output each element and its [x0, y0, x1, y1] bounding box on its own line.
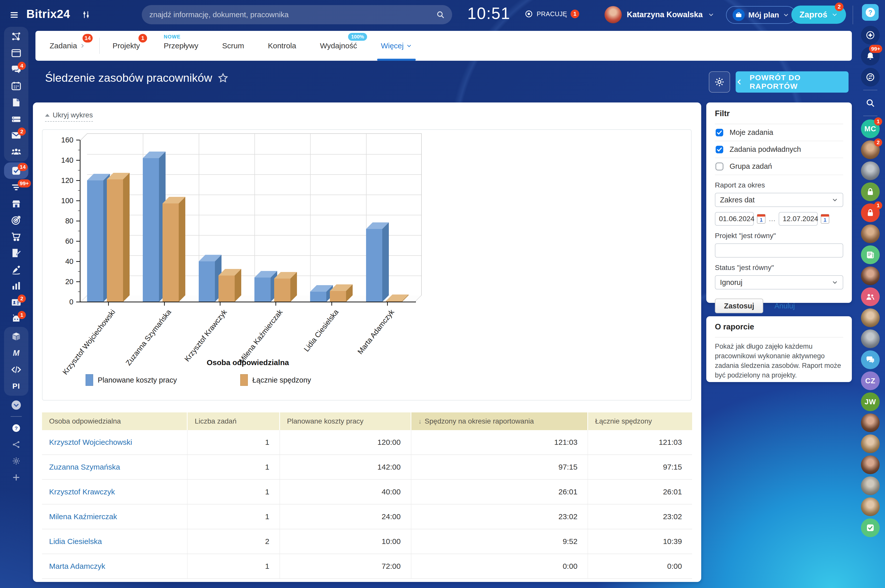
rail-avatar[interactable] — [861, 434, 880, 453]
column-header-osoba-odpowiedzialna[interactable]: Osoba odpowiedzialna — [42, 412, 188, 430]
rail-people-pair[interactable] — [861, 287, 880, 306]
column-header-łącznie-spędzony[interactable]: Łącznie spędzony — [588, 412, 692, 430]
invite-button[interactable]: Zaproś 2 — [791, 6, 846, 24]
rail-chat-bubbles[interactable] — [861, 350, 880, 369]
rail-lock[interactable] — [861, 182, 880, 201]
date-from-input[interactable]: 01.06.2024 — [715, 212, 754, 226]
sidebar-item-target[interactable] — [4, 212, 29, 228]
sliders-icon[interactable] — [81, 10, 91, 20]
help-button[interactable]: ? — [862, 4, 879, 21]
sidebar-item-cart[interactable] — [4, 228, 29, 244]
favorite-star-icon[interactable] — [217, 72, 229, 84]
tab-zadania[interactable]: 14Zadania — [47, 31, 88, 61]
tab-kontrola[interactable]: Kontrola — [265, 31, 299, 61]
rail-compass[interactable] — [861, 26, 880, 45]
rail-avatar[interactable] — [861, 455, 880, 474]
sidebar-item-chart[interactable] — [4, 278, 29, 294]
calendar-icon[interactable]: 1 — [821, 214, 829, 224]
back-to-reports-button[interactable]: POWRÓT DO RAPORTÓW — [736, 71, 849, 93]
rail-avatar-mc[interactable]: MC1 — [861, 119, 880, 138]
person-link[interactable]: Marta Adamczyk — [42, 554, 188, 578]
rail-avatar[interactable] — [861, 161, 880, 180]
sidebar-item-nodes[interactable] — [4, 436, 29, 453]
sidebar-item-pen[interactable] — [4, 261, 29, 278]
sidebar-item-feed[interactable] — [4, 45, 29, 61]
filter-checkbox-zadania-podwładnych[interactable]: Zadania podwładnych — [715, 141, 843, 158]
sidebar-item-id-card[interactable]: 2 — [4, 294, 29, 310]
global-search[interactable] — [142, 5, 452, 24]
rail-avatar[interactable] — [861, 266, 880, 285]
rail-lock[interactable]: 1 — [861, 203, 880, 222]
workday-status[interactable]: PRACUJĘ 1 — [524, 10, 579, 18]
person-link[interactable]: Milena Kaźmierczak — [42, 504, 188, 529]
column-header-liczba-zadań[interactable]: Liczba zadań — [188, 412, 280, 430]
rail-bell[interactable]: 99+ — [861, 47, 880, 66]
search-input[interactable] — [149, 10, 436, 19]
project-input[interactable] — [715, 243, 843, 258]
tab-więcej[interactable]: Więcej — [378, 31, 415, 61]
menu-hamburger-icon[interactable] — [9, 10, 20, 20]
sidebar-item-network[interactable] — [4, 28, 29, 45]
rail-check-square[interactable] — [861, 518, 880, 537]
filter-checkbox-grupa-zadań[interactable]: Grupa zadań — [715, 158, 843, 175]
sidebar-item-plus[interactable] — [4, 469, 29, 486]
sidebar-item-tasks[interactable]: 14 — [4, 162, 29, 179]
checkbox-icon[interactable] — [715, 162, 724, 171]
sidebar-item-chevron-circle[interactable] — [4, 397, 29, 413]
tab-scrum[interactable]: Scrum — [220, 31, 247, 61]
rail-avatar[interactable]: 2 — [861, 140, 880, 159]
sidebar-item-doc-edit[interactable] — [4, 244, 29, 261]
rail-avatar[interactable] — [861, 413, 880, 432]
sidebar-item-store[interactable] — [4, 195, 29, 212]
rail-avatar[interactable] — [861, 476, 880, 495]
sidebar-item-help[interactable]: ? — [4, 420, 29, 436]
rail-avatar[interactable] — [861, 329, 880, 348]
date-to-input[interactable]: 12.07.2024 — [779, 212, 818, 226]
rail-avatar[interactable] — [861, 497, 880, 516]
tab-wydajność[interactable]: 100%Wydajność — [317, 31, 359, 61]
sidebar-item-mail[interactable]: 2 — [4, 127, 29, 144]
sidebar-item-chat[interactable]: 4 — [4, 61, 29, 78]
calendar-icon[interactable]: 1 — [757, 214, 766, 224]
worktime-clock[interactable]: 10:51 — [467, 4, 510, 23]
column-header-spędzony-na-okresie-raportowania[interactable]: ↓Spędzony na okresie raportowania — [412, 412, 588, 430]
sidebar-item-people[interactable] — [4, 144, 29, 160]
rail-avatar[interactable] — [861, 308, 880, 327]
sidebar-item-cube[interactable] — [4, 328, 29, 345]
sidebar-item-calendar[interactable] — [4, 78, 29, 94]
tab-przepływy[interactable]: NOWEPrzepływy — [161, 31, 201, 61]
report-settings-button[interactable] — [709, 71, 730, 93]
sidebar-item-gear[interactable] — [4, 453, 29, 469]
my-plan-button[interactable]: Mój plan — [726, 6, 796, 24]
app-logo[interactable]: Bitrix24 — [26, 7, 70, 21]
cancel-link[interactable]: Anuluj — [774, 302, 795, 310]
sidebar-item-drive[interactable] — [4, 111, 29, 127]
sidebar-item-robot[interactable]: 1 — [4, 310, 29, 327]
person-link[interactable]: Zuzanna Szymańska — [42, 455, 188, 479]
filter-checkbox-moje-zadania[interactable]: Moje zadania — [715, 124, 843, 141]
sidebar-item-funnel[interactable]: 99+ — [4, 179, 29, 195]
person-link[interactable]: Lidia Ciesielska — [42, 529, 188, 554]
person-link[interactable]: Krzysztof Krawczyk — [42, 480, 188, 504]
rail-avatar-cz[interactable]: CZ — [861, 371, 880, 390]
rail-avatar[interactable] — [861, 224, 880, 243]
person-link[interactable]: Krzysztof Wojciechowski — [42, 430, 188, 454]
tab-projekty[interactable]: 1Projekty — [110, 31, 142, 61]
rail-history[interactable] — [861, 68, 880, 87]
rail-avatar-jw[interactable]: JW — [861, 392, 880, 411]
user-avatar[interactable] — [604, 6, 622, 23]
search-icon[interactable] — [436, 10, 445, 19]
status-select[interactable]: Ignoruj — [715, 275, 843, 290]
period-select[interactable]: Zakres dat — [715, 193, 843, 207]
sidebar-item-code[interactable] — [4, 361, 29, 378]
user-menu[interactable]: Katarzyna Kowalska — [604, 6, 714, 23]
checkbox-checked-icon[interactable] — [715, 145, 724, 154]
checkbox-checked-icon[interactable] — [715, 128, 724, 137]
sidebar-item-doc[interactable] — [4, 94, 29, 111]
hide-chart-link[interactable]: Ukryj wykres — [45, 111, 93, 122]
column-header-planowane-koszty-pracy[interactable]: Planowane koszty pracy — [280, 412, 412, 430]
sidebar-item-pi[interactable]: PI — [4, 378, 29, 394]
apply-button[interactable]: Zastosuj — [715, 298, 763, 313]
sidebar-item-m-logo[interactable]: M — [4, 345, 29, 361]
rail-news[interactable] — [861, 245, 880, 264]
